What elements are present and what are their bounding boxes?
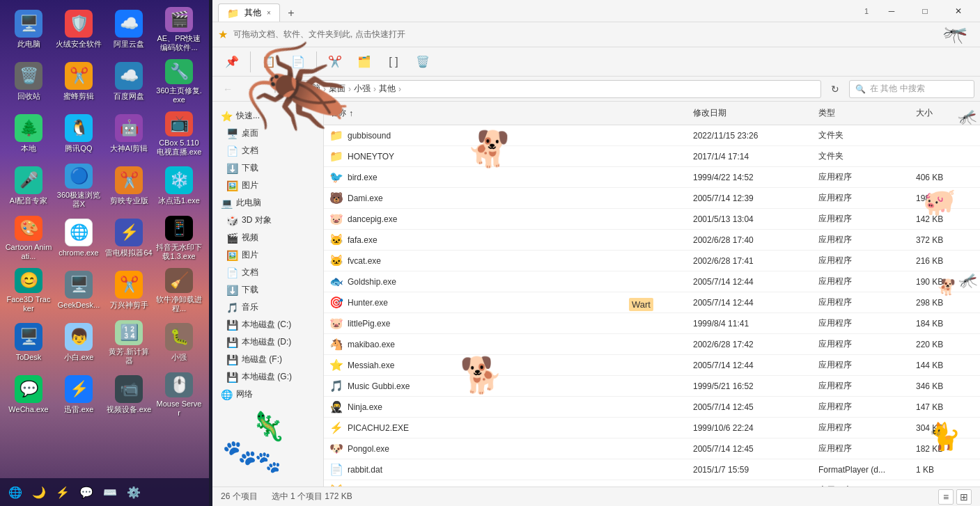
icon-360-repair[interactable]: 🔧 360主页修复.exe [154, 56, 204, 108]
icon-edit-pro[interactable]: ✂️ 剪映专业版 [104, 160, 154, 212]
toolbar-copy[interactable]: 📋 [255, 52, 283, 71]
file-row-ninja[interactable]: 🥷Ninja.exe 2005/7/14 12:45 应用程序 147 KB [324, 397, 980, 418]
file-row-honeytoy[interactable]: 📁HONEYTOY 2017/1/4 17:14 文件夹 [324, 146, 980, 167]
address-field[interactable]: 此电脑 › 桌面 › 小强 › 其他 › [289, 80, 821, 98]
file-row-fafa[interactable]: 🐱fafa.exe 2002/6/28 17:40 应用程序 372 KB [324, 230, 980, 251]
sidebar-this-pc[interactable]: 💻 此电脑 [212, 194, 323, 212]
sidebar-docs[interactable]: 📄 文档 [212, 264, 323, 281]
file-row-dancepig[interactable]: 🐷dancepig.exe 2001/5/13 13:04 应用程序 142 K… [324, 209, 980, 230]
toolbar-rename[interactable]: 🗂️ [350, 52, 378, 71]
sidebar-drive-d[interactable]: 💾 本地磁盘 (D:) [212, 333, 323, 351]
forward-button[interactable]: → [242, 79, 261, 99]
taskbar-moon[interactable]: 🌙 [29, 482, 49, 502]
sidebar-downloads[interactable]: ⬇️ 下载 [212, 159, 323, 177]
sidebar-desktop[interactable]: 🖥️ 桌面 [212, 125, 323, 142]
file-row-pongol[interactable]: 🐶Pongol.exe 2005/7/14 12:45 应用程序 182 KB [324, 438, 980, 459]
tab-qita[interactable]: 📁 其他 × [218, 3, 280, 22]
icon-local[interactable]: 🌲 本地 [3, 108, 54, 160]
col-name[interactable]: 名称 ↑ [324, 104, 687, 122]
file-row-littlepig[interactable]: 🐷littlePig.exe 1999/8/4 11:41 应用程序 184 K… [324, 313, 980, 334]
icon-ae-pr[interactable]: 🎬 AE、PR快速编码软件... [154, 3, 204, 56]
file-row-goldship[interactable]: 🐟Goldship.exe 2005/7/14 12:44 应用程序 190 K… [324, 271, 980, 292]
icon-xunlei[interactable]: ⚡ 迅雷.exe [54, 369, 104, 421]
taskbar-thunder[interactable]: ⚡ [53, 482, 72, 502]
file-row-picachu[interactable]: ⚡PICACHU2.EXE 1999/10/6 22:24 应用程序 304 K… [324, 418, 980, 438]
icon-xiaobai[interactable]: 👦 小白.exe [54, 317, 104, 369]
sidebar-network[interactable]: 🌐 网络 [212, 386, 323, 403]
icon-clean[interactable]: 🧹 软牛净卸载进程... [154, 264, 204, 317]
file-row-runkitty[interactable]: 🐱runkitty.exe 1998/7/3 11:10 应用程序 261 KB [324, 480, 980, 487]
file-row-bird[interactable]: 🐦bird.exe 1999/4/22 14:52 应用程序 406 KB [324, 167, 980, 188]
sidebar-music[interactable]: 🎵 音乐 [212, 299, 323, 316]
file-row-gubbisound[interactable]: 📁gubbisound 2022/11/15 23:26 文件夹 [324, 125, 980, 146]
sidebar-quick-access[interactable]: ⭐ 快速... [212, 107, 323, 125]
sidebar-drive-f[interactable]: 💾 地磁盘 (F:) [212, 351, 323, 368]
refresh-button[interactable]: ↻ [825, 79, 845, 99]
file-row-makibao[interactable]: 🐴makibao.exe 2002/6/28 17:42 应用程序 220 KB [324, 334, 980, 355]
back-button[interactable]: ← [218, 79, 238, 99]
file-row-fvcat[interactable]: 🐱fvcat.exe 2002/6/28 17:41 应用程序 216 KB [324, 251, 980, 271]
icon-douyin[interactable]: 📱 抖音无水印下载1.3.exe [154, 212, 204, 264]
list-view-button[interactable]: ≡ [938, 489, 954, 505]
icon-my-computer[interactable]: 🖥️ 此电脑 [3, 3, 54, 56]
icon-cbox[interactable]: 📺 CBox 5.110电视直播.exe [154, 108, 204, 160]
col-size[interactable]: 大小 [910, 104, 980, 122]
icon-xiaoqiang[interactable]: 🐛 小强 [154, 317, 204, 369]
icon-wechat[interactable]: 💬 WeCha.exe [3, 369, 54, 421]
sidebar-dl[interactable]: ⬇️ 下载 [212, 281, 323, 299]
icon-face3d[interactable]: 😊 Face3D Tracker [3, 264, 54, 317]
sidebar-documents[interactable]: 📄 文档 [212, 142, 323, 159]
file-date-honeytoy: 2017/1/4 17:14 [687, 146, 813, 166]
sidebar-video[interactable]: 🎬 视频 [212, 229, 323, 246]
file-row-dami[interactable]: 🐻Dami.exe 2005/7/14 12:39 应用程序 198 KB [324, 188, 980, 209]
toolbar-bracket[interactable]: [ ] [380, 53, 407, 71]
col-type[interactable]: 类型 [813, 104, 910, 122]
sidebar-pictures[interactable]: 🖼️ 图片 [212, 177, 323, 194]
icon-wanxing[interactable]: ✂️ 万兴神剪手 [104, 264, 154, 317]
icon-geekdesk[interactable]: 🖥️ GeekDesk... [54, 264, 104, 317]
icon-alibaba-cloud[interactable]: ☁️ 阿里云盘 [104, 3, 154, 56]
sidebar-drive-c[interactable]: 💾 本地磁盘 (C:) [212, 316, 323, 333]
sidebar-documents-label: 文档 [242, 145, 258, 157]
icon-huangfang[interactable]: 🔢 黄芳.新计算器 [104, 317, 154, 369]
file-row-messiah[interactable]: ⭐Messiah.exe 2005/7/14 12:44 应用程序 144 KB [324, 355, 980, 376]
icon-recycle-bin[interactable]: 🗑️ 回收站 [3, 56, 54, 108]
toolbar-paste[interactable]: 📄 [284, 52, 312, 71]
icon-video-device[interactable]: 📹 视频设备.exe [104, 369, 154, 421]
taskbar-keyboard[interactable]: ⌨️ [100, 482, 120, 502]
search-field[interactable]: 🔍 在 其他 中搜索 [849, 80, 974, 98]
grid-view-button[interactable]: ⊞ [956, 489, 972, 505]
close-button[interactable]: ✕ [942, 0, 974, 22]
icon-chrome[interactable]: 🌐 chrome.exe [54, 212, 104, 264]
file-row-rabbit[interactable]: 📄rabbit.dat 2015/1/7 15:59 FormatPlayer … [324, 459, 980, 480]
tab-close-button[interactable]: × [267, 9, 271, 17]
icon-360-speed[interactable]: 🔵 360极速浏览器X [54, 160, 104, 212]
taskbar-start[interactable]: 🌐 [6, 482, 25, 502]
icon-ai-voice[interactable]: 🎤 AI配音专家 [3, 160, 54, 212]
sidebar-drive-g[interactable]: 💾 本地磁盘 (G:) [212, 368, 323, 386]
icon-todesk[interactable]: 🖥️ ToDesk [3, 317, 54, 369]
icon-ice-point[interactable]: ❄️ 冰点迅1.exe [154, 160, 204, 212]
file-row-hunter[interactable]: 🎯Hunter.exe 2005/7/14 12:44 应用程序 298 KB [324, 292, 980, 313]
sidebar-images[interactable]: 🖼️ 图片 [212, 246, 323, 264]
icon-hx-security[interactable]: 🛡️ 火绒安全软件 [54, 3, 104, 56]
icon-cartoon[interactable]: 🎨 Cartoon Animati... [3, 212, 54, 264]
icon-tencent-qq[interactable]: 🐧 腾讯QQ [54, 108, 104, 160]
toolbar-pin[interactable]: 📌 [218, 52, 246, 71]
icon-hive-edit[interactable]: ✂️ 蜜蜂剪辑 [54, 56, 104, 108]
file-row-music-gubbi[interactable]: 🎵Music Gubbi.exe 1999/5/21 16:52 应用程序 34… [324, 376, 980, 397]
icon-baidu-cloud[interactable]: ☁️ 百度网盘 [104, 56, 154, 108]
icon-thunder-sim[interactable]: ⚡ 雷电模拟器64 [104, 212, 154, 264]
new-tab-button[interactable]: + [283, 5, 300, 22]
sidebar-3d-objects[interactable]: 🎲 3D 对象 [212, 212, 323, 229]
toolbar-cut[interactable]: ✂️ [321, 52, 349, 71]
taskbar-settings[interactable]: ⚙️ [124, 482, 143, 502]
taskbar-wechat[interactable]: 💬 [77, 482, 96, 502]
icon-ai-god[interactable]: 🤖 大神AI剪辑 [104, 108, 154, 160]
toolbar-delete[interactable]: 🗑️ [409, 52, 437, 71]
icon-mouse-server[interactable]: 🖱️ Mouse Server [154, 369, 204, 421]
maximize-button[interactable]: □ [909, 0, 941, 22]
minimize-button[interactable]: ─ [876, 0, 908, 22]
col-date[interactable]: 修改日期 [687, 104, 813, 122]
up-button[interactable]: ↑ [265, 79, 285, 99]
